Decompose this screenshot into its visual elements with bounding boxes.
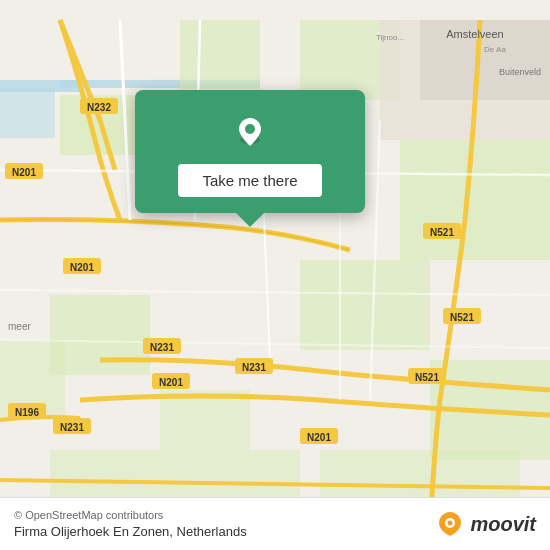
svg-text:N232: N232 — [87, 102, 111, 113]
svg-text:Amstelveen: Amstelveen — [446, 28, 503, 40]
svg-rect-7 — [300, 260, 430, 350]
svg-text:Tijnoo...: Tijnoo... — [376, 33, 404, 42]
svg-text:N521: N521 — [430, 227, 454, 238]
svg-rect-9 — [160, 390, 250, 450]
take-me-there-button[interactable]: Take me there — [178, 164, 321, 197]
svg-text:N521: N521 — [450, 312, 474, 323]
svg-text:N231: N231 — [242, 362, 266, 373]
location-pin-icon — [228, 110, 272, 154]
svg-text:N201: N201 — [307, 432, 331, 443]
map-container[interactable]: N232 N232 N201 N201 N201 N201 N231 N231 … — [0, 0, 550, 550]
svg-text:De Aa: De Aa — [484, 45, 506, 54]
moovit-icon — [434, 508, 466, 540]
svg-text:N521: N521 — [415, 372, 439, 383]
map-roads: N232 N232 N201 N201 N201 N201 N231 N231 … — [0, 0, 550, 550]
moovit-logo: moovit — [434, 508, 536, 540]
popup-card: Take me there — [135, 90, 365, 213]
svg-rect-2 — [0, 88, 55, 138]
svg-text:meer: meer — [8, 321, 31, 332]
location-name: Firma Olijerhoek En Zonen, Netherlands — [14, 524, 247, 539]
bottom-bar: © OpenStreetMap contributors Firma Olije… — [0, 497, 550, 550]
svg-text:N201: N201 — [70, 262, 94, 273]
moovit-brand-text: moovit — [470, 513, 536, 536]
svg-text:N201: N201 — [159, 377, 183, 388]
bottom-left-info: © OpenStreetMap contributors Firma Olije… — [14, 509, 247, 539]
svg-text:N196: N196 — [15, 407, 39, 418]
svg-text:N231: N231 — [150, 342, 174, 353]
svg-point-49 — [245, 124, 255, 134]
svg-point-51 — [448, 521, 453, 526]
svg-rect-4 — [180, 20, 260, 95]
svg-text:Buitenveld: Buitenveld — [499, 67, 541, 77]
copyright-text: © OpenStreetMap contributors — [14, 509, 247, 521]
svg-rect-6 — [400, 140, 550, 260]
svg-text:N231: N231 — [60, 422, 84, 433]
svg-text:N201: N201 — [12, 167, 36, 178]
